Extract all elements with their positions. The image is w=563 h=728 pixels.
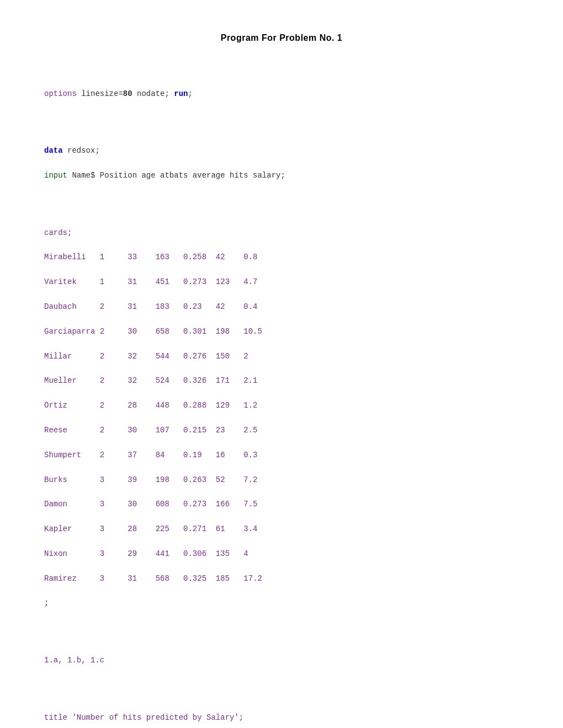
data-row-12: Kapler 3 28 225 0.271 61 3.4	[44, 523, 519, 535]
cards-line: cards;	[44, 227, 519, 239]
input-keyword: input	[44, 171, 67, 180]
title-keyword-1: title	[44, 713, 67, 722]
data-line: data redsox;	[44, 144, 519, 157]
data-row-2: Varitek 1 31 451 0.273 123 4.7	[44, 276, 519, 288]
data-row-1: Mirabelli 1 33 163 0.258 42 0.8	[44, 251, 519, 263]
options-line: options linesize=80 nodate; run;	[44, 88, 519, 100]
title1-line: title 'Number of hits predicted by Salar…	[44, 711, 519, 724]
data-row-4: Garciaparra 2 30 658 0.301 198 10.5	[44, 325, 519, 338]
data-semicolon: ;	[44, 597, 519, 609]
run-keyword-1: run	[174, 89, 188, 98]
data-row-5: Millar 2 32 544 0.276 150 2	[44, 350, 519, 362]
data-row-9: Shumpert 2 37 84 0.19 16 0.3	[44, 449, 519, 461]
cards-keyword: cards;	[44, 228, 72, 237]
data-row-3: Daubach 2 31 183 0.23 42 0.4	[44, 301, 519, 313]
data-row-11: Damon 3 30 608 0.273 166 7.5	[44, 498, 519, 510]
input-line: input Name$ Position age atbats average …	[44, 169, 519, 181]
options-keyword: options	[44, 89, 77, 98]
page-title: Program For Problem No. 1	[44, 33, 519, 43]
data-row-7: Ortiz 2 28 448 0.288 129 1.2	[44, 399, 519, 411]
section-1abc: 1.a, 1.b, 1.c	[44, 654, 519, 666]
data-row-13: Nixon 3 29 441 0.306 135 4	[44, 548, 519, 560]
code-block: options linesize=80 nodate; run; data re…	[44, 63, 519, 728]
section-1abc-text: 1.a, 1.b, 1.c	[44, 656, 104, 665]
data-keyword: data	[44, 146, 63, 155]
data-row-10: Burks 3 39 198 0.263 52 7.2	[44, 474, 519, 486]
linesize-value: 80	[123, 89, 132, 98]
data-row-8: Reese 2 30 107 0.215 23 2.5	[44, 424, 519, 436]
data-row-6: Mueller 2 32 524 0.326 171 2.1	[44, 374, 519, 387]
data-row-14: Ramirez 3 31 568 0.325 185 17.2	[44, 572, 519, 585]
